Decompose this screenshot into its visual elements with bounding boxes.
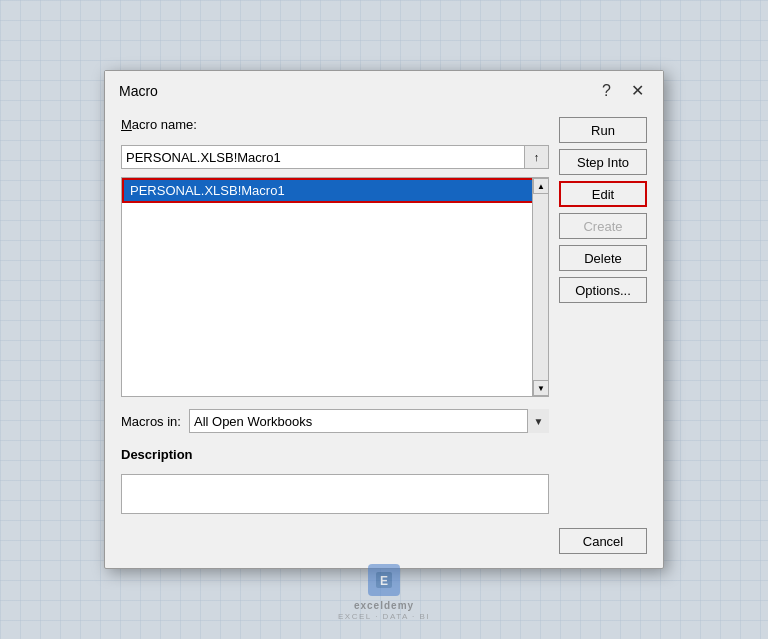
- dialog-controls: ? ✕: [597, 81, 649, 101]
- watermark: E exceldemy EXCEL · DATA · BI: [338, 564, 430, 621]
- dialog-title: Macro: [119, 83, 158, 99]
- close-button[interactable]: ✕: [626, 81, 649, 101]
- step-into-button[interactable]: Step Into: [559, 149, 647, 175]
- create-button[interactable]: Create: [559, 213, 647, 239]
- options-button[interactable]: Options...: [559, 277, 647, 303]
- help-button[interactable]: ?: [597, 81, 616, 101]
- edit-button[interactable]: Edit: [559, 181, 647, 207]
- macro-name-row: ↑: [121, 145, 549, 169]
- macro-list-item[interactable]: PERSONAL.XLSB!Macro1: [122, 178, 548, 203]
- macros-in-select-wrapper: All Open Workbooks This Workbook Persona…: [189, 409, 549, 433]
- dialog-titlebar: Macro ? ✕: [105, 71, 663, 107]
- dialog-body: Macro name: ↑ PERSONAL.XLSB!Macro1 ▲: [105, 107, 663, 528]
- main-row: Macro name: ↑ PERSONAL.XLSB!Macro1 ▲: [121, 117, 647, 514]
- scrollbar-down-button[interactable]: ▼: [533, 380, 549, 396]
- macros-in-label: Macros in:: [121, 414, 181, 429]
- run-button[interactable]: Run: [559, 117, 647, 143]
- macros-in-row: Macros in: All Open Workbooks This Workb…: [121, 409, 549, 433]
- cancel-button[interactable]: Cancel: [559, 528, 647, 554]
- description-box: [121, 474, 549, 514]
- description-label: Description: [121, 447, 549, 462]
- macro-dialog: Macro ? ✕ Macro name: ↑: [104, 70, 664, 569]
- watermark-logo: E: [368, 564, 400, 596]
- macro-list-container: PERSONAL.XLSB!Macro1 ▲ ▼: [121, 177, 549, 397]
- bottom-row: Cancel: [105, 528, 663, 568]
- macro-name-upload-button[interactable]: ↑: [525, 145, 549, 169]
- left-panel: Macro name: ↑ PERSONAL.XLSB!Macro1 ▲: [121, 117, 549, 514]
- watermark-site: exceldemy: [354, 599, 414, 612]
- delete-button[interactable]: Delete: [559, 245, 647, 271]
- macro-name-label: Macro name:: [121, 117, 549, 132]
- scrollbar-up-button[interactable]: ▲: [533, 178, 549, 194]
- watermark-tagline: EXCEL · DATA · BI: [338, 612, 430, 621]
- svg-text:E: E: [380, 574, 388, 588]
- macro-name-input[interactable]: [121, 145, 525, 169]
- macros-in-select[interactable]: All Open Workbooks This Workbook Persona…: [189, 409, 549, 433]
- right-panel: Run Step Into Edit Create Delete Options…: [559, 117, 647, 303]
